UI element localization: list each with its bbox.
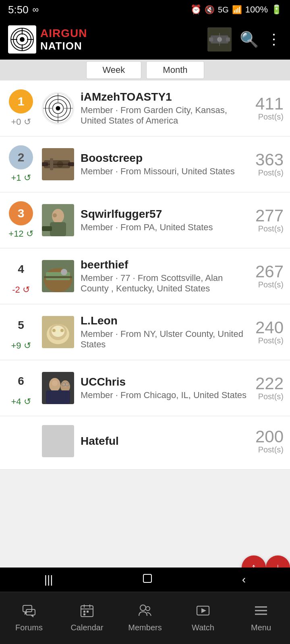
alarm-icon: ⏰ <box>191 4 201 15</box>
posts-label: Post(s) <box>258 392 284 401</box>
rank-column: 7 <box>6 427 35 455</box>
network-5g: 5G <box>218 5 229 14</box>
list-item[interactable]: 6 +4 ↺ UCChris Member · From Chicago, IL… <box>0 360 290 416</box>
svg-rect-63 <box>83 613 85 615</box>
search-icon[interactable]: 🔍 <box>240 31 259 48</box>
rank-badge: 3 <box>9 201 33 225</box>
list-item[interactable]: 2 +1 ↺ Boostcreep Member · From Missouri… <box>0 136 290 192</box>
posts-column: 222 Post(s) <box>255 375 284 401</box>
voicemail-icon: ∞ <box>33 4 39 15</box>
nav-label-watch: Watch <box>192 623 214 632</box>
sub-header: Week Month <box>0 60 290 80</box>
watch-icon <box>196 604 210 621</box>
logo-text: AIRGUN NATION <box>36 25 91 54</box>
rank-column: 6 +4 ↺ <box>6 369 35 407</box>
posts-column: 363 Post(s) <box>255 151 284 178</box>
avatar <box>42 316 74 348</box>
member-meta: Member · From Chicago, IL, United States <box>81 390 249 400</box>
rank-change: +9 ↺ <box>11 341 31 351</box>
member-list: 1 +0 ↺ iAMzehTOASTY1 Member · From Garde… <box>0 80 290 470</box>
rank-column: 2 +1 ↺ <box>6 145 35 183</box>
posts-label: Post(s) <box>258 336 284 345</box>
posts-column: 267 Post(s) <box>255 263 284 289</box>
member-meta: Member · From Missouri, United States <box>81 166 249 177</box>
posts-label: Post(s) <box>258 224 284 233</box>
posts-label: Post(s) <box>258 445 284 454</box>
posts-label: Post(s) <box>258 280 284 289</box>
member-name: Boostcreep <box>81 152 249 165</box>
calendar-icon <box>80 604 94 621</box>
rank-change: +4 ↺ <box>11 396 31 407</box>
svg-rect-55 <box>23 605 32 612</box>
member-info: Hateful <box>81 435 249 448</box>
member-meta: Member · From Garden City, Kansas, Unite… <box>81 105 249 126</box>
mute-icon: 🔇 <box>205 5 215 14</box>
member-info: L.Leon Member · From NY, Ulster County, … <box>81 314 249 350</box>
svg-point-65 <box>146 607 150 611</box>
logo-nation: NATION <box>40 40 87 52</box>
rank-column: 4 -2 ↺ <box>6 257 35 295</box>
svg-rect-39 <box>44 276 72 278</box>
svg-point-64 <box>140 605 146 611</box>
svg-rect-62 <box>87 611 89 613</box>
member-info: Sqwirlfugger57 Member · From PA, United … <box>81 208 249 233</box>
list-item[interactable]: 4 -2 ↺ beerthief Member · 77 · From Scot… <box>0 248 290 304</box>
list-item[interactable]: 1 +0 ↺ iAMzehTOASTY1 Member · From Garde… <box>0 80 290 136</box>
rank-change: +1 ↺ <box>11 173 31 183</box>
member-info: Boostcreep Member · From Missouri, Unite… <box>81 152 249 177</box>
svg-point-45 <box>60 329 64 332</box>
header-thumbnail[interactable] <box>207 27 232 52</box>
more-options-icon[interactable]: ⋮ <box>267 31 282 48</box>
posts-count: 240 <box>255 319 284 336</box>
battery-icon: 🔋 <box>271 4 282 15</box>
android-recent-btn[interactable]: ||| <box>44 573 53 586</box>
sub-button-2[interactable]: Month <box>146 61 204 79</box>
svg-rect-10 <box>209 37 213 41</box>
avatar <box>42 260 74 292</box>
rank-badge: 2 <box>9 145 33 169</box>
posts-count: 200 <box>255 428 284 445</box>
nav-item-calendar[interactable]: Calendar <box>58 604 116 632</box>
rank-badge: 6 <box>9 369 33 393</box>
nav-item-menu[interactable]: Menu <box>232 604 290 632</box>
bottom-navigation: Forums Calendar Members <box>0 592 290 644</box>
rank-badge: 1 <box>9 89 33 114</box>
svg-rect-49 <box>46 390 70 404</box>
member-name: beerthief <box>81 258 249 271</box>
avatar <box>42 92 74 124</box>
member-name: iAMzehTOASTY1 <box>81 91 249 103</box>
member-meta: Member · 77 · From Scottsville, Alan Cou… <box>81 273 249 294</box>
avatar <box>42 204 74 236</box>
list-item[interactable]: 5 +9 ↺ L.Leon Member · From NY, Ulster C… <box>0 304 290 360</box>
avatar <box>42 372 74 404</box>
header-actions: 🔍 ⋮ <box>207 27 282 52</box>
android-home-btn[interactable] <box>141 572 153 587</box>
app-logo: AIRGUN NATION <box>8 25 91 54</box>
status-bar: 5:50 ∞ ⏰ 🔇 5G 📶 100% 🔋 <box>0 0 290 19</box>
posts-count: 222 <box>255 375 284 392</box>
nav-item-members[interactable]: Members <box>116 604 174 632</box>
rank-change: +0 ↺ <box>11 117 31 127</box>
avatar <box>42 148 74 180</box>
sub-button-1[interactable]: Week <box>86 61 142 79</box>
avatar <box>42 425 74 457</box>
nav-item-watch[interactable]: Watch <box>174 604 232 632</box>
nav-item-forums[interactable]: Forums <box>0 604 58 632</box>
svg-rect-32 <box>50 222 66 236</box>
list-item[interactable]: 7 Hateful 200 Post(s) <box>0 416 290 470</box>
nav-label-menu: Menu <box>251 623 271 632</box>
member-name: L.Leon <box>81 314 249 327</box>
android-navigation: ||| ‹ <box>0 568 290 592</box>
android-back-btn[interactable]: ‹ <box>242 573 246 586</box>
list-item[interactable]: 3 +12 ↺ Sqwirlfugger57 Member · From PA,… <box>0 192 290 248</box>
rank-change: +12 ↺ <box>8 229 33 239</box>
nav-label-calendar: Calendar <box>70 623 103 632</box>
posts-count: 363 <box>255 151 284 168</box>
nav-label-forums: Forums <box>15 623 43 632</box>
logo-icon <box>8 25 36 54</box>
posts-label: Post(s) <box>258 112 284 122</box>
signal-icon: 📶 <box>232 5 242 14</box>
posts-column: 411 Post(s) <box>255 95 284 122</box>
svg-point-3 <box>20 37 25 42</box>
svg-point-50 <box>52 380 58 386</box>
